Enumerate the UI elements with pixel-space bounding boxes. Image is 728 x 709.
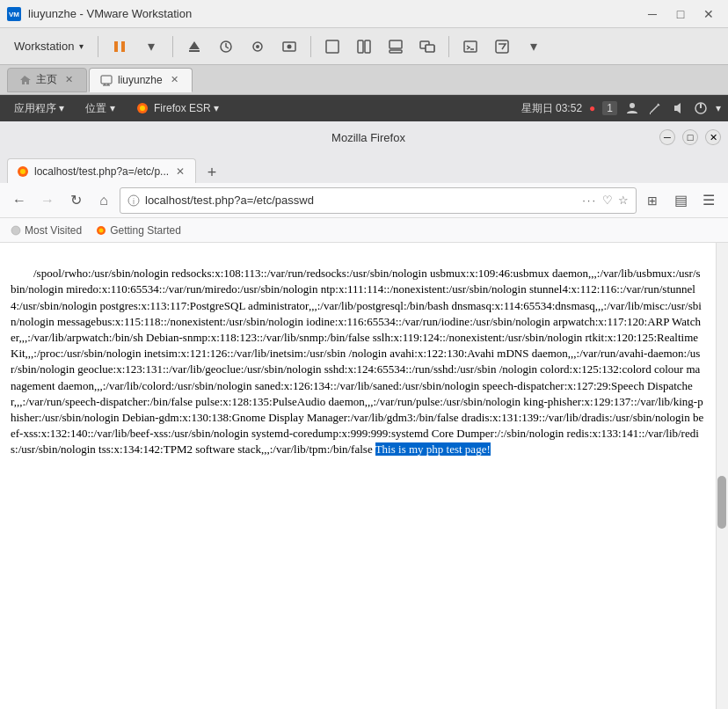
clock-indicator: ● (589, 102, 595, 114)
firefox-tab-icon (17, 165, 29, 178)
pause-button[interactable] (106, 33, 134, 61)
snapshot-button[interactable] (244, 33, 272, 61)
vm-tab-bar: 主页 ✕ liuyunzhe ✕ (0, 65, 728, 95)
bookmark-heart-icon[interactable]: ♡ (602, 194, 613, 207)
firefox-tab[interactable]: localhost/test.php?a=/etc/p... ✕ (7, 158, 196, 183)
star-icon[interactable]: ☆ (618, 194, 629, 207)
linux-topbar-left: 应用程序 ▾ 位置 ▾ Firefox ESR ▾ (7, 99, 226, 118)
workstation-menu[interactable]: Workstation ▾ (7, 36, 91, 56)
title-bar-left: VM liuyunzhe - VMware Workstation (7, 7, 192, 21)
svg-rect-11 (326, 40, 339, 53)
settings-button[interactable] (488, 33, 516, 61)
firefox-small-icon (96, 225, 106, 236)
history-button[interactable] (212, 33, 240, 61)
firefox-menu[interactable]: Firefox ESR ▾ (129, 100, 226, 117)
getting-started-bookmark[interactable]: Getting Started (92, 223, 185, 238)
window-title: liuyunzhe - VMware Workstation (28, 7, 192, 20)
apps-menu[interactable]: 应用程序 ▾ (7, 99, 71, 118)
svg-point-37 (11, 226, 20, 235)
svg-rect-13 (365, 40, 370, 53)
svg-point-10 (288, 44, 292, 48)
vm-tab-close[interactable]: ✕ (168, 73, 181, 86)
reading-mode-button[interactable]: ⊞ (640, 188, 665, 213)
back-button[interactable]: ← (7, 188, 32, 213)
vm-display[interactable]: 应用程序 ▾ 位置 ▾ Firefox ESR ▾ 星期日 03:52 ● 1 … (0, 95, 728, 709)
minimize-button[interactable]: ─ (640, 4, 665, 24)
firefox-tab-bar: localhost/test.php?a=/etc/p... ✕ + (0, 153, 728, 183)
refresh-button[interactable]: ↻ (63, 188, 88, 213)
close-button[interactable]: ✕ (696, 4, 721, 24)
firefox-icon (136, 102, 149, 114)
svg-text:VM: VM (9, 11, 19, 18)
display2-button[interactable] (413, 33, 441, 61)
firefox-maximize[interactable]: □ (682, 129, 698, 145)
home-button[interactable]: ⌂ (91, 188, 116, 213)
toolbar-separator-3 (310, 36, 311, 57)
svg-rect-21 (496, 40, 508, 53)
svg-rect-2 (114, 41, 118, 52)
toolbar-separator-4 (448, 36, 449, 57)
svg-rect-3 (121, 41, 125, 52)
power-icon (693, 100, 709, 116)
firefox-navbar: ← → ↻ ⌂ i localhost/test.php?a=/etc/pass… (0, 183, 728, 218)
svg-rect-22 (101, 76, 112, 84)
vmware-icon: VM (7, 7, 21, 21)
address-bar[interactable]: i localhost/test.php?a=/etc/passwd ··· ♡… (120, 187, 637, 214)
sidebar-button[interactable]: ▤ (668, 188, 693, 213)
volume-icon (670, 100, 686, 116)
scrollbar-thumb[interactable] (717, 476, 726, 529)
home-tab[interactable]: 主页 ✕ (7, 68, 87, 92)
home-tab-close[interactable]: ✕ (62, 73, 76, 86)
firefox-window-controls: ─ □ ✕ (659, 129, 721, 145)
highlight-text: This is my php test page! (375, 442, 491, 456)
svg-marker-4 (189, 41, 200, 49)
settings2-button[interactable]: ▾ (520, 33, 548, 61)
vmware-toolbar: Workstation ▾ ▾ ▾ (0, 28, 728, 65)
page-text: /spool/rwho:/usr/sbin/nologin redsocks:x… (11, 267, 703, 456)
maximize-button[interactable]: □ (668, 4, 693, 24)
places-menu[interactable]: 位置 ▾ (78, 99, 121, 118)
workstation-chevron: ▾ (79, 41, 84, 51)
firefox-minimize[interactable]: ─ (659, 129, 675, 145)
new-tab-button[interactable]: + (200, 162, 224, 183)
linux-topbar-right: 星期日 03:52 ● 1 ▾ (521, 100, 721, 116)
datetime-label: 星期日 03:52 (521, 101, 582, 116)
svg-rect-14 (389, 40, 402, 48)
most-visited-bookmark[interactable]: Most Visited (7, 223, 85, 238)
svg-point-8 (256, 45, 259, 48)
firefox-close[interactable]: ✕ (705, 129, 721, 145)
forward-button[interactable]: → (35, 188, 60, 213)
page-content: /spool/rwho:/usr/sbin/nologin redsocks:x… (0, 243, 716, 709)
home-tab-icon (18, 74, 31, 86)
info-icon: i (127, 194, 140, 207)
snapshot2-button[interactable] (275, 33, 303, 61)
fullscreen-button[interactable] (318, 33, 346, 61)
svg-rect-12 (358, 40, 363, 53)
svg-point-27 (140, 106, 145, 111)
content-scrollbar[interactable] (716, 243, 728, 709)
toolbar-separator-2 (172, 36, 173, 57)
svg-point-28 (630, 103, 635, 108)
pause-dropdown[interactable]: ▾ (137, 33, 165, 61)
svg-point-34 (20, 169, 25, 174)
split-button[interactable] (350, 33, 378, 61)
hamburger-menu[interactable]: ☰ (696, 188, 721, 213)
view-button[interactable] (382, 33, 410, 61)
svg-rect-17 (426, 45, 434, 52)
bookmarks-bar: Most Visited Getting Started (0, 218, 728, 243)
vm-tab[interactable]: liuyunzhe ✕ (89, 68, 193, 92)
gear-small-icon (11, 225, 21, 236)
firefox-content: /spool/rwho:/usr/sbin/nologin redsocks:x… (0, 243, 728, 709)
firefox-tab-close[interactable]: ✕ (174, 165, 186, 178)
eject-button[interactable] (180, 33, 208, 61)
vm-tab-icon (100, 74, 113, 86)
firefox-window: Mozilla Firefox ─ □ ✕ localhost/test.php… (0, 121, 728, 709)
pen-icon (647, 100, 663, 116)
svg-marker-30 (674, 103, 681, 113)
console-button[interactable] (456, 33, 484, 61)
firefox-title: Mozilla Firefox (77, 131, 659, 144)
svg-rect-15 (389, 50, 402, 53)
dots-menu[interactable]: ··· (582, 194, 597, 207)
svg-line-29 (651, 105, 659, 113)
toolbar-separator-1 (98, 36, 98, 57)
